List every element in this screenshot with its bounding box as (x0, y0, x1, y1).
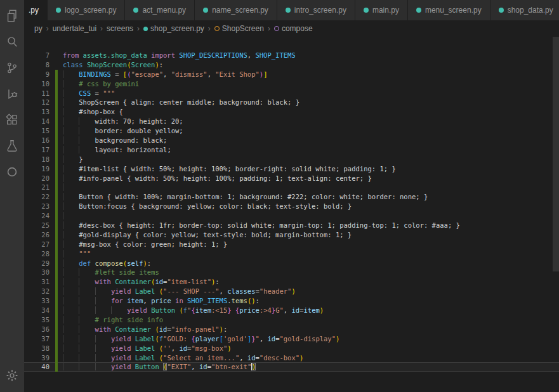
editor-scrollbar[interactable] (553, 37, 559, 392)
code-line-27[interactable]: 27 #msg-box { color: green; height: 1; } (24, 240, 559, 249)
tab-logo-screen-py[interactable]: logo_screen.py (48, 0, 125, 20)
extensions-button[interactable] (0, 107, 24, 133)
code-line-8[interactable]: 8class ShopScreen(Screen): (24, 60, 559, 70)
code-line-9[interactable]: 9 BINDINGS = [("escape", "dismiss", "Exi… (24, 70, 559, 79)
code-line-23[interactable]: 23 Button:focus { background: yellow; co… (24, 202, 559, 211)
breadcrumb-item-shopscreen[interactable]: ShopScreen (214, 24, 264, 33)
code-line-20[interactable]: 20 #info-panel { width: 50%; height: 100… (24, 174, 559, 183)
code-line-16[interactable]: 16 background: black; (24, 136, 559, 145)
line-number: 38 (24, 344, 49, 353)
git-added-indicator (55, 117, 58, 126)
indent-guide (79, 268, 95, 276)
code-line-33[interactable]: 33 for item, price in SHOP_ITEMS.tems(): (24, 296, 559, 306)
line-number: 34 (24, 306, 49, 315)
breadcrumb-item-shop-screen-py[interactable]: shop_screen.py (143, 24, 204, 33)
manage-button[interactable] (0, 362, 24, 388)
testing-button[interactable] (0, 133, 24, 159)
code-text: with Container (id="info-panel"): (63, 325, 559, 334)
line-number: 22 (24, 192, 49, 202)
code-line-19[interactable]: 19 #item-list { width: 50%; height: 100%… (24, 164, 559, 174)
indent-guide (63, 250, 79, 258)
git-added-indicator (55, 325, 58, 334)
tab-name-screen-py[interactable]: name_screen.py (195, 0, 277, 20)
breadcrumb: py›undertale_tui›screens›shop_screen.py›… (24, 20, 559, 37)
code-line-29[interactable]: 29 def compose(self): (24, 259, 559, 268)
line-number: 31 (24, 277, 49, 287)
breadcrumb-label: py (34, 24, 43, 33)
code-line-32[interactable]: 32 yield Label ("--- SHOP ---", classes=… (24, 287, 559, 296)
tab-py[interactable]: .py (24, 0, 48, 20)
code-line-7[interactable]: 7from assets.shop_data import SHOP_DESCR… (24, 51, 559, 60)
indent-guide (63, 127, 79, 134)
line-number: 7 (24, 51, 49, 60)
code-line-11[interactable]: 11 CSS = """ (24, 89, 559, 98)
code-line-14[interactable]: 14 width: 70; height: 20; (24, 117, 559, 126)
indent-guide (63, 136, 79, 144)
breadcrumb-item-screens[interactable]: screens (107, 24, 133, 33)
git-added-indicator (55, 334, 58, 344)
line-number: 14 (24, 117, 49, 126)
code-line-34[interactable]: 34 yield Button (f"{item:<15} {price:>4}… (24, 306, 559, 315)
code-line-26[interactable]: 26 #gold-display { color: yellow; text-s… (24, 230, 559, 240)
line-number: 29 (24, 259, 49, 268)
tab-label: logo_screen.py (65, 6, 116, 15)
code-line-25[interactable]: 25 #desc-box { height: 1fr; border-top: … (24, 221, 559, 230)
line-number: 10 (24, 79, 49, 89)
indent-guide (79, 297, 95, 304)
code-text: for item, price in SHOP_ITEMS.tems(): (63, 296, 559, 306)
code-line-15[interactable]: 15 border: double yellow; (24, 126, 559, 136)
code-line-10[interactable]: 10 # css by gemini (24, 79, 559, 89)
indent-guide (63, 278, 79, 285)
indent-guide (79, 344, 95, 352)
tab-act-menu-py[interactable]: act_menu.py (125, 0, 195, 20)
code-line-22[interactable]: 22 Button { width: 100%; margin-bottom: … (24, 192, 559, 202)
git-added-indicator (55, 126, 58, 136)
indent-guide (79, 354, 95, 362)
tab-shop-data-py[interactable]: shop_data.py (490, 0, 559, 20)
code-line-30[interactable]: 30 #left side items (24, 268, 559, 277)
code-line-12[interactable]: 12 ShopScreen { align: center middle; ba… (24, 98, 559, 107)
code-line-13[interactable]: 13 #shop-box { (24, 107, 559, 117)
indent-guide (79, 335, 95, 343)
tab-intro-screen-py[interactable]: intro_screen.py (277, 0, 355, 20)
breadcrumb-item-py[interactable]: py (34, 24, 43, 33)
breadcrumb-separator: › (100, 24, 103, 33)
code-line-36[interactable]: 36 with Container (id="info-panel"): (24, 325, 559, 334)
line-number: 9 (24, 70, 49, 79)
line-number: 32 (24, 287, 49, 296)
code-line-21[interactable]: 21 (24, 183, 559, 192)
code-line-40[interactable]: 40 yield Button ("EXIT", id="btn-exit") (24, 362, 559, 372)
code-text: #left side items (63, 268, 559, 277)
code-editor[interactable]: 7from assets.shop_data import SHOP_DESCR… (24, 37, 559, 392)
source-control-button[interactable] (0, 55, 24, 81)
code-line-31[interactable]: 31 with Container(id="item-list"): (24, 277, 559, 287)
tab-menu-screen-py[interactable]: menu_screen.py (408, 0, 490, 20)
code-line-28[interactable]: 28 """ (24, 249, 559, 259)
breadcrumb-item-undertale-tui[interactable]: undertale_tui (53, 24, 96, 33)
code-line-35[interactable]: 35 # right side info (24, 315, 559, 325)
code-line-17[interactable]: 17 layout: horizontal; (24, 145, 559, 155)
code-line-39[interactable]: 39 yield Label ("Select an item...", id=… (24, 353, 559, 363)
tab-main-py[interactable]: main.py (355, 0, 408, 20)
code-line-24[interactable]: 24 (24, 211, 559, 221)
scrollbar-thumb[interactable] (553, 37, 559, 271)
code-text: BINDINGS = [("escape", "dismiss", "Exit … (63, 70, 559, 79)
run-debug-button[interactable] (0, 81, 24, 107)
git-added-indicator (55, 344, 58, 353)
code-line-18[interactable]: 18 } (24, 155, 559, 164)
search-button[interactable] (0, 29, 24, 55)
indent-guide (63, 89, 79, 97)
code-text: #info-panel { width: 50%; height: 100%; … (63, 174, 559, 183)
code-line-37[interactable]: 37 yield Label(f"GOLD: {player['gold']}"… (24, 334, 559, 344)
indent-guide (79, 325, 95, 333)
method-icon (274, 26, 279, 31)
git-added-indicator (55, 315, 58, 325)
code-line-38[interactable]: 38 yield Label ('', id="msg-box") (24, 344, 559, 353)
line-number: 18 (24, 155, 49, 164)
line-number: 40 (24, 362, 49, 372)
code-text: class ShopScreen(Screen): (63, 60, 559, 70)
indent-guide (63, 240, 79, 248)
breadcrumb-item-compose[interactable]: compose (274, 24, 313, 33)
explorer-button[interactable] (0, 3, 24, 29)
circle-extension-button[interactable] (0, 159, 24, 185)
